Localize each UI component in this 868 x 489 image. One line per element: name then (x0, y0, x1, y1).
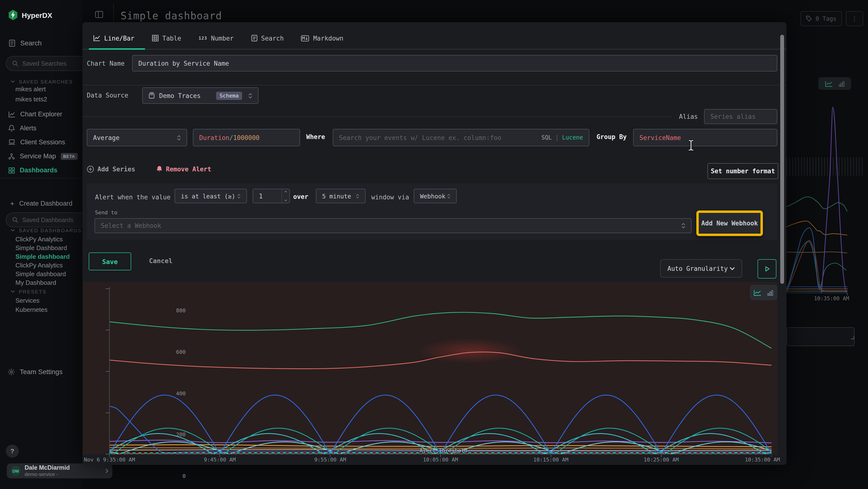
chevron-down-icon (730, 267, 735, 270)
resize-handle-icon[interactable] (850, 335, 855, 339)
search-list-icon (251, 35, 257, 41)
alias-label: Alias (679, 113, 698, 120)
tab-bar: Line/Bar Table 123 Number Search (93, 28, 343, 48)
alert-intro-text: Alert when the value (95, 194, 170, 201)
aggregation-select[interactable]: Average (87, 129, 187, 146)
chart-type-toggle[interactable] (750, 285, 777, 300)
sidebar-item-team-settings[interactable]: Team Settings (8, 368, 62, 376)
chart-name-label: Chart Name (87, 60, 125, 67)
x-tick-label: 10:05:00 AM (404, 457, 477, 463)
where-search-input[interactable]: Search your events w/ Lucene ex. column:… (333, 129, 589, 146)
user-menu[interactable]: DM Dale McDiarmid demo-service - (7, 463, 112, 479)
page-title: Simple dashboard (121, 10, 222, 22)
background-input-box[interactable] (786, 327, 855, 346)
spinner-up-icon[interactable] (284, 191, 287, 193)
data-source-select[interactable]: Demo Traces Schema (142, 87, 258, 104)
remove-alert-button[interactable]: Remove Alert (156, 166, 211, 173)
alert-threshold-label: Alert Threshold (420, 448, 467, 454)
saved-searches-heading[interactable]: SAVED SEARCHES (10, 79, 73, 84)
sidebar-item-label: Search (20, 39, 42, 47)
webhook-select[interactable]: Select a Webhook (94, 218, 691, 233)
add-series-button[interactable]: Add Series (87, 166, 135, 173)
tab-table[interactable]: Table (152, 34, 181, 42)
tab-search[interactable]: Search (251, 34, 284, 42)
chart-name-input[interactable]: Duration by Service Name (132, 55, 777, 71)
send-to-label: Send to (95, 209, 117, 216)
chevron-right-icon (105, 468, 108, 473)
beta-badge: BETA (61, 153, 78, 160)
alert-condition-select[interactable]: is at least (≥) (175, 189, 247, 203)
saved-dashboard-item[interactable]: Simple Dashboard (16, 244, 67, 252)
saved-dashboards-placeholder: Saved Dashboards (22, 217, 73, 223)
sidebar-item-alerts[interactable]: Alerts (8, 124, 36, 132)
tab-markdown[interactable]: Markdown (301, 34, 343, 42)
background-x-tick: 10:35:00 AM (814, 295, 849, 302)
search-icon (12, 60, 18, 67)
database-icon (149, 92, 155, 99)
run-chart-button[interactable] (757, 259, 776, 279)
tab-line-bar[interactable]: Line/Bar (93, 34, 134, 42)
over-label: over (293, 193, 308, 200)
x-tick-label: 10:15:00 AM (515, 457, 587, 463)
bell-icon (8, 124, 15, 132)
sidebar-item-search[interactable]: Search (9, 39, 42, 47)
window-via-label: window via (371, 194, 409, 201)
tab-number[interactable]: 123 Number (199, 34, 234, 42)
alert-glow (417, 338, 523, 364)
user-subtitle: demo-service - (25, 471, 70, 477)
saved-dashboards-heading[interactable]: SAVED DASHBOARDS (10, 227, 82, 233)
sidebar-item-dashboards[interactable]: Dashboards (8, 167, 57, 174)
brand-name: HyperDX (22, 11, 52, 19)
sidebar-collapse-button[interactable] (94, 10, 104, 19)
saved-dashboard-item[interactable]: ClickPy Analytics (16, 262, 63, 269)
play-icon (764, 266, 770, 272)
y-tick-label: 200 (164, 432, 186, 438)
cancel-button[interactable]: Cancel (149, 257, 173, 264)
sidebar-item-client-sessions[interactable]: Client Sessions (8, 139, 65, 146)
set-number-format-button[interactable]: Set number format (707, 163, 778, 179)
query-language-toggle[interactable]: SQL | Lucene (541, 134, 583, 141)
saved-dashboard-item[interactable]: My Dashboard (16, 279, 56, 286)
alert-channel-select[interactable]: Webhook (414, 189, 457, 203)
line-chart-icon (93, 35, 100, 41)
alias-input[interactable]: Series alias (704, 109, 777, 124)
saved-dashboard-item[interactable]: Simple dashboard (16, 270, 66, 278)
create-dashboard-button[interactable]: + Create Dashboard (10, 200, 72, 207)
group-by-input[interactable]: ServiceName (633, 129, 777, 146)
modal-scrollbar[interactable] (780, 35, 784, 284)
y-tick-label: 600 (164, 349, 186, 355)
preset-item[interactable]: Services (16, 297, 39, 304)
x-tick-label: 9:45:00 AM (184, 457, 256, 463)
active-tab-underline (89, 48, 145, 50)
topbar-divider (113, 4, 114, 25)
presets-heading[interactable]: PRESETS (10, 289, 46, 294)
save-button[interactable]: Save (89, 253, 131, 270)
panel-collapse-icon (94, 10, 104, 19)
select-chevrons-icon (248, 93, 252, 98)
background-chart (786, 73, 868, 304)
sidebar-item-service-map[interactable]: Service Map BETA (8, 152, 78, 160)
duration-chart (105, 282, 772, 458)
granularity-select[interactable]: Auto Granularity (660, 259, 742, 278)
saved-search-item[interactable]: mikes tets2 (16, 95, 47, 103)
where-label: Where (306, 133, 325, 141)
alert-window-select[interactable]: 5 minute (316, 189, 366, 203)
field-expression-input[interactable]: Duration/1000000 (193, 129, 300, 146)
saved-search-item[interactable]: mikes alert (16, 85, 46, 93)
select-chevrons-icon (356, 194, 359, 198)
sidebar-item-chart-explorer[interactable]: Chart Explorer (8, 111, 62, 118)
markdown-icon (301, 35, 309, 41)
help-button[interactable]: ? (6, 444, 19, 458)
bar-chart-icon (767, 289, 774, 296)
saved-dashboard-item-active[interactable]: Simple dashboard (16, 253, 70, 260)
preset-item[interactable]: Kubernetes (16, 306, 48, 313)
number-spinner[interactable] (282, 189, 289, 203)
alert-threshold-input[interactable]: 1 (253, 189, 290, 203)
y-tick-label: 800 (164, 308, 186, 314)
tab-bar-divider (83, 49, 786, 50)
table-icon (152, 35, 158, 41)
saved-dashboard-item[interactable]: ClickPy Analytics (16, 236, 63, 243)
spinner-down-icon[interactable] (284, 199, 287, 201)
brand-logo[interactable]: HyperDX (8, 10, 52, 20)
add-new-webhook-button[interactable]: Add New Webhook (699, 213, 761, 234)
